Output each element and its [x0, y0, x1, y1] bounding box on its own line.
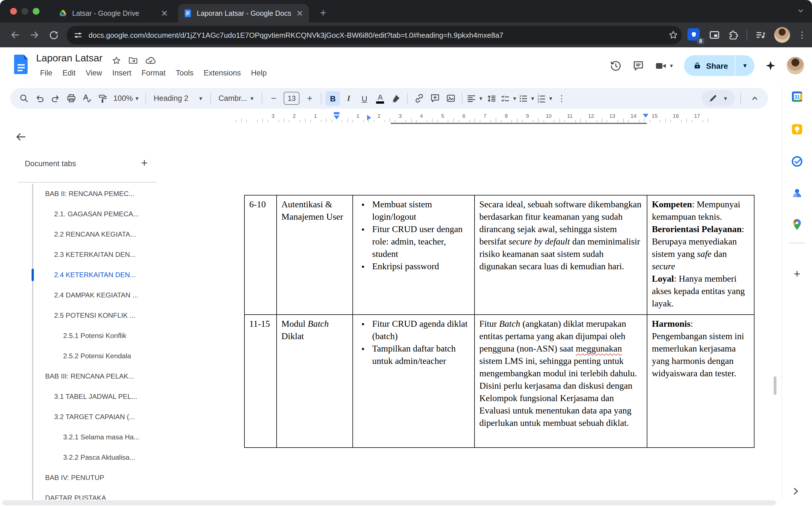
insert-image-icon[interactable]	[444, 91, 458, 106]
left-indent-marker[interactable]	[334, 115, 340, 119]
align-icon[interactable]: ▼	[467, 91, 484, 106]
back-arrow-icon[interactable]	[15, 131, 27, 143]
menu-format[interactable]: Format	[137, 67, 171, 79]
search-menus-icon[interactable]	[16, 91, 31, 106]
menu-tools[interactable]: Tools	[170, 67, 199, 79]
document-table[interactable]: 6-10Autentikasi & Manajemen UserMembuat …	[244, 195, 755, 448]
font-size-input[interactable]: 13	[284, 92, 300, 105]
url-bar[interactable]: docs.google.com/document/d/1jZY1AGc7udo1…	[66, 25, 682, 44]
hanging-indent-marker[interactable]	[367, 115, 371, 121]
highlight-icon[interactable]	[389, 91, 403, 106]
share-button[interactable]: Share ▼	[684, 55, 755, 76]
close-tab-icon[interactable]: ✕	[161, 9, 168, 17]
first-line-indent-marker[interactable]	[334, 112, 340, 114]
version-history-icon[interactable]	[610, 59, 622, 72]
cell-module[interactable]: Modul Batch Diklat	[277, 315, 353, 448]
cell-features[interactable]: Fitur CRUD agenda diklat (batch)Tampilka…	[353, 315, 475, 448]
sidebar-item[interactable]: 3.2.2 Pasca Aktualisa...	[0, 447, 171, 467]
bulleted-list-icon[interactable]: ▼	[518, 91, 535, 106]
underline-button[interactable]: U	[357, 91, 372, 106]
cell-days[interactable]: 6-10	[245, 195, 277, 315]
increase-font-size-button[interactable]: +	[303, 91, 317, 106]
back-icon[interactable]	[8, 27, 22, 42]
browser-profile-avatar[interactable]	[774, 27, 790, 43]
menu-insert[interactable]: Insert	[107, 67, 137, 79]
vertical-scrollbar-thumb[interactable]	[774, 376, 776, 395]
sidebar-item[interactable]: BAB IV: PENUTUP	[0, 467, 171, 488]
sidebar-item[interactable]: 2.4 DAMPAK KEGIATAN ...	[0, 285, 171, 305]
comments-icon[interactable]	[632, 59, 645, 72]
add-document-tab-button[interactable]: +	[138, 157, 151, 170]
chevron-right-icon[interactable]	[790, 486, 801, 497]
sidebar-item[interactable]: 2.2 RENCANA KEGIATA...	[0, 224, 171, 244]
checklist-icon[interactable]: ▼	[500, 91, 517, 106]
sidebar-item[interactable]: DAFTAR PUSTAKA	[0, 488, 171, 500]
sidebar-item[interactable]: 2.1. GAGASAN PEMECA...	[0, 204, 171, 224]
line-spacing-icon[interactable]	[485, 91, 499, 106]
zoom-window-button[interactable]	[33, 8, 40, 15]
cell-analysis[interactable]: Secara ideal, sebuah software dikembangk…	[475, 195, 647, 315]
media-controls-icon[interactable]	[755, 29, 766, 41]
share-dropdown-chevron[interactable]: ▼	[735, 62, 755, 69]
cell-values[interactable]: Kompeten: Mempunyai kemampuan teknis. Be…	[647, 195, 755, 315]
italic-button[interactable]: I	[342, 91, 356, 106]
font-family-select[interactable]: Cambr...▼	[215, 91, 258, 106]
cell-features[interactable]: Membuat sistem login/logoutFitur CRUD us…	[353, 195, 475, 315]
get-addons-button[interactable]: +	[791, 268, 804, 281]
tab-search-chevron-icon[interactable]	[796, 6, 805, 15]
maps-icon[interactable]	[791, 218, 804, 231]
cell-values[interactable]: Harmonis:Pengembangan sistem ini memerlu…	[647, 315, 755, 448]
zoom-select[interactable]: 100%▼	[111, 91, 142, 106]
redo-icon[interactable]	[48, 91, 63, 106]
bold-button[interactable]: B	[326, 91, 340, 106]
sidebar-item[interactable]: 2.5.1 Potensi Konflik	[0, 326, 171, 346]
sidebar-item[interactable]: 2.5.2 Potensi Kendala	[0, 346, 171, 366]
sidebar-item[interactable]: 2.5 POTENSI KONFLIK ...	[0, 305, 171, 326]
menu-file[interactable]: File	[35, 67, 57, 79]
docs-profile-avatar[interactable]	[786, 57, 804, 74]
horizontal-scrollbar[interactable]	[2, 500, 776, 505]
browser-menu-dots-icon[interactable]: ⋮	[798, 30, 806, 40]
bookmark-star-icon[interactable]	[668, 30, 678, 40]
paint-format-icon[interactable]	[95, 91, 110, 106]
cell-analysis[interactable]: Fitur Batch (angkatan) diklat merupakan …	[475, 315, 647, 448]
menu-view[interactable]: View	[81, 67, 107, 79]
picture-in-picture-icon[interactable]	[709, 29, 720, 41]
contacts-icon[interactable]	[791, 186, 804, 200]
cell-module[interactable]: Autentikasi & Manajemen User	[277, 195, 353, 315]
minimize-window-button[interactable]	[21, 8, 28, 15]
collapse-toolbar-chevron-icon[interactable]	[747, 91, 762, 106]
add-comment-icon[interactable]	[428, 91, 442, 106]
sidebar-item[interactable]: 3.2 TARGET CAPAIAN (...	[0, 407, 171, 427]
browser-tab-drive[interactable]: Latsar - Google Drive ✕	[53, 4, 174, 22]
undo-icon[interactable]	[32, 91, 47, 106]
google-docs-logo[interactable]	[13, 55, 29, 75]
spellcheck-icon[interactable]	[80, 91, 94, 106]
menu-extensions[interactable]: Extensions	[199, 67, 246, 79]
document-title[interactable]: Laporan Latsar	[36, 52, 102, 64]
paragraph-style-select[interactable]: Heading 2▼	[150, 91, 207, 106]
more-options-icon[interactable]: ⋮	[554, 91, 569, 106]
meet-video-icon[interactable]: ▼	[655, 59, 674, 72]
sidebar-item[interactable]: BAB II: RENCANA PEMEC...	[0, 184, 171, 204]
menu-edit[interactable]: Edit	[57, 67, 81, 79]
password-extension-icon[interactable]: 8	[688, 28, 701, 42]
ruler[interactable]: 3211234567891011121314151617	[0, 110, 812, 124]
star-icon[interactable]	[112, 55, 121, 65]
gemini-sparkle-icon[interactable]	[765, 60, 776, 71]
editing-mode-button[interactable]: ▼	[702, 90, 735, 107]
close-tab-icon[interactable]: ✕	[296, 9, 303, 17]
forward-icon[interactable]	[27, 27, 42, 42]
cell-days[interactable]: 11-15	[245, 315, 277, 448]
sidebar-item[interactable]: 2.3 KETERKAITAN DEN...	[0, 244, 171, 265]
cloud-saved-icon[interactable]	[145, 55, 156, 66]
sidebar-item[interactable]: BAB III: RENCANA PELAK...	[0, 366, 171, 386]
site-info-icon[interactable]	[73, 30, 83, 40]
reload-icon[interactable]	[46, 27, 61, 42]
sidebar-item-active[interactable]: 2.4 KETERKAITAN DEN...	[0, 265, 171, 285]
print-icon[interactable]	[64, 91, 79, 106]
decrease-font-size-button[interactable]: −	[266, 91, 281, 106]
move-folder-icon[interactable]	[128, 55, 138, 65]
menu-help[interactable]: Help	[246, 67, 272, 79]
close-window-button[interactable]	[10, 8, 17, 15]
